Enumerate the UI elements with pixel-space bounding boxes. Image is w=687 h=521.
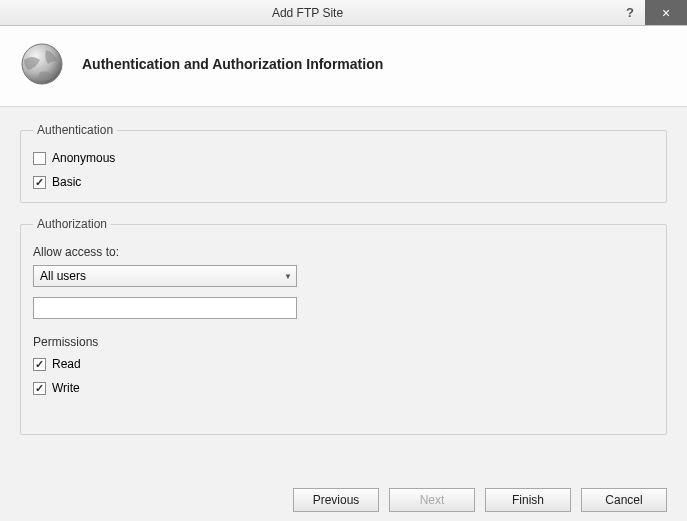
- anonymous-checkbox-row: Anonymous: [33, 151, 654, 165]
- authorization-text-input[interactable]: [33, 297, 297, 319]
- wizard-header: Authentication and Authorization Informa…: [0, 26, 687, 107]
- title-bar: Add FTP Site ? ×: [0, 0, 687, 26]
- next-button[interactable]: Next: [389, 488, 475, 512]
- write-checkbox[interactable]: [33, 382, 46, 395]
- anonymous-checkbox[interactable]: [33, 152, 46, 165]
- read-checkbox-row: Read: [33, 357, 654, 371]
- content-area: Authentication Anonymous Basic Authoriza…: [0, 107, 687, 481]
- read-checkbox[interactable]: [33, 358, 46, 371]
- basic-checkbox-row: Basic: [33, 175, 654, 189]
- write-label: Write: [52, 381, 80, 395]
- basic-label: Basic: [52, 175, 81, 189]
- chevron-down-icon: ▼: [284, 272, 292, 281]
- authorization-group: Authorization Allow access to: All users…: [20, 217, 667, 435]
- authentication-legend: Authentication: [33, 123, 117, 137]
- authorization-legend: Authorization: [33, 217, 111, 231]
- titlebar-controls: ? ×: [615, 0, 687, 25]
- read-label: Read: [52, 357, 81, 371]
- allow-access-label: Allow access to:: [33, 245, 654, 259]
- previous-button[interactable]: Previous: [293, 488, 379, 512]
- page-title: Authentication and Authorization Informa…: [82, 56, 383, 72]
- globe-icon: [18, 40, 66, 88]
- help-button[interactable]: ?: [615, 0, 645, 25]
- window-title: Add FTP Site: [0, 6, 615, 20]
- button-bar: Previous Next Finish Cancel: [0, 485, 687, 515]
- write-checkbox-row: Write: [33, 381, 654, 395]
- authentication-group: Authentication Anonymous Basic: [20, 123, 667, 203]
- close-button[interactable]: ×: [645, 0, 687, 25]
- cancel-button[interactable]: Cancel: [581, 488, 667, 512]
- finish-button[interactable]: Finish: [485, 488, 571, 512]
- allow-access-selected: All users: [40, 269, 86, 283]
- allow-access-select[interactable]: All users ▼: [33, 265, 297, 287]
- anonymous-label: Anonymous: [52, 151, 115, 165]
- basic-checkbox[interactable]: [33, 176, 46, 189]
- permissions-label: Permissions: [33, 335, 654, 349]
